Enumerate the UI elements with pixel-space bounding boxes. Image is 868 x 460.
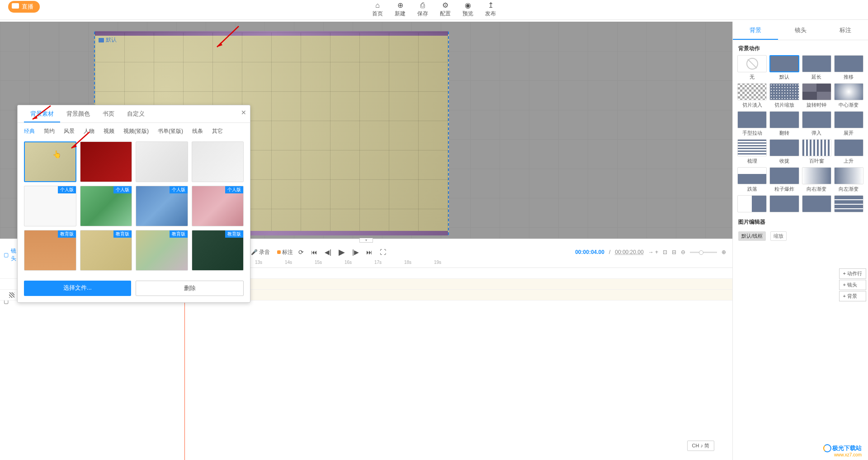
bg-action-切片淡入[interactable]: 切片淡入 [737,83,767,108]
bg-action-无[interactable]: 无 [737,55,767,80]
add-track-button[interactable]: + 动作行 [839,268,866,279]
modal-tab-背景素材[interactable]: 背景素材 [24,105,60,122]
modal-tab-书页[interactable]: 书页 [96,105,121,122]
bg-action-推移[interactable]: 推移 [834,55,863,80]
editor-subtab[interactable]: 默认/线框 [738,231,766,241]
action-thumb [834,139,863,156]
bg-action-收拢[interactable]: 收拢 [769,139,799,164]
material-swatch[interactable]: 教育版 [24,230,76,271]
action-label: 无 [737,74,767,80]
annotate-button[interactable]: 标注 [277,249,293,256]
modal-subtab-经典[interactable]: 经典 [24,127,35,135]
live-button[interactable]: 直播 [8,1,40,13]
modal-subtab-书单(竖版)[interactable]: 书单(竖版) [158,127,183,135]
add-marker-icon[interactable]: → + [648,249,658,255]
material-swatch[interactable]: 教育版 [136,230,188,271]
skip-start-icon[interactable]: ⏮ [311,249,317,256]
zoom-out-icon[interactable]: ⊖ [681,249,685,255]
panel-collapse-button[interactable]: ▶ [732,130,733,144]
nav-首页[interactable]: ⌂首页 [372,2,383,18]
playhead[interactable] [184,281,185,460]
step-fwd-icon[interactable]: ǀ▶ [352,249,359,256]
tl-left-item[interactable]: ▢镜头 [0,245,18,264]
action-label: 旋转时钟 [802,102,831,108]
bg-action-梳理[interactable]: 梳理 [737,139,767,164]
tier-badge: 个人版 [113,186,132,193]
bg-action-弹入[interactable]: 弹入 [802,111,831,136]
material-swatch[interactable]: 个人版 [24,186,76,226]
action-label: 跌落 [737,186,767,192]
tier-badge: 个人版 [170,186,188,193]
modal-subtab-视频(竖版)[interactable]: 视频(竖版) [123,127,149,135]
record-button[interactable]: 🎤 录音 [251,249,270,256]
bg-action-旋转时钟[interactable]: 旋转时钟 [802,83,831,108]
zoom-in-icon[interactable]: ⊕ [722,249,726,255]
bg-action-跌落[interactable]: 跌落 [737,167,767,192]
modal-close-button[interactable]: ✕ [241,109,246,116]
bg-action-翻转[interactable]: 翻转 [769,111,799,136]
timeline-collapse-button[interactable]: ▾ [359,238,373,243]
bg-action-item[interactable] [737,195,767,214]
action-label: 延长 [802,74,831,80]
modal-subtab-其它[interactable]: 其它 [212,127,223,135]
loop-icon[interactable]: ⟳ [298,249,304,256]
nav-保存[interactable]: ⎙保存 [417,2,428,18]
bg-action-item[interactable] [769,195,799,214]
nav-新建[interactable]: ⊕新建 [395,2,406,18]
fullscreen-icon[interactable]: ⛶ [380,249,386,256]
delete-button[interactable]: 删除 [136,281,244,296]
bg-action-item[interactable] [802,195,831,214]
top-toolbar: 直播 ⌂首页⊕新建⎙保存⚙配置◉预览↥发布 [0,0,868,20]
bg-action-中心渐变[interactable]: 中心渐变 [834,83,863,108]
bg-action-延长[interactable]: 延长 [802,55,831,80]
material-swatch[interactable] [192,141,244,182]
action-thumb [834,167,863,184]
bg-action-切片缩放[interactable]: 切片缩放 [769,83,799,108]
nav-配置[interactable]: ⚙配置 [440,2,451,18]
rp-tab-镜头[interactable]: 镜头 [778,22,823,40]
modal-subtab-人物[interactable]: 人物 [84,127,94,135]
bg-action-向右渐变[interactable]: 向右渐变 [802,167,831,192]
bg-action-手型拉动[interactable]: 手型拉动 [737,111,767,136]
material-swatch[interactable]: 教育版 [192,230,244,271]
bg-action-item[interactable] [834,195,863,214]
material-swatch[interactable]: 教育版 [80,230,132,271]
ruler-tick: 19s [423,260,453,268]
bg-action-粒子爆炸[interactable]: 粒子爆炸 [769,167,799,192]
modal-subtab-线条[interactable]: 线条 [192,127,203,135]
modal-tab-自定义[interactable]: 自定义 [121,105,151,122]
material-swatch[interactable]: 个人版 [80,186,132,226]
material-swatch[interactable] [80,141,132,182]
nav-预览[interactable]: ◉预览 [462,2,473,18]
bg-action-展开[interactable]: 展开 [834,111,863,136]
material-swatch[interactable] [136,141,188,182]
bg-action-百叶窗[interactable]: 百叶窗 [802,139,831,164]
zoom-slider[interactable] [690,252,717,253]
material-swatch[interactable] [24,141,76,182]
modal-subtab-风景[interactable]: 风景 [64,127,75,135]
action-thumb [834,83,863,100]
choose-file-button[interactable]: 选择文件... [24,281,131,296]
modal-tab-背景颜色[interactable]: 背景颜色 [60,105,96,122]
modal-subtab-简约[interactable]: 简约 [44,127,55,135]
add-track-button[interactable]: + 镜头 [839,280,866,290]
material-swatch[interactable]: 个人版 [136,186,188,226]
editor-subtab[interactable]: 缩放 [770,231,787,241]
play-icon[interactable]: ▶ [339,247,345,257]
marker-plus-icon[interactable]: ⊡ [663,249,667,255]
rp-tab-背景[interactable]: 背景 [733,22,778,40]
bg-action-默认[interactable]: 默认 [769,55,799,80]
step-back-icon[interactable]: ◀ǀ [325,249,331,256]
bg-action-向左渐变[interactable]: 向左渐变 [834,167,863,192]
nav-发布[interactable]: ↥发布 [485,2,496,18]
skip-end-icon[interactable]: ⏭ [366,249,373,256]
rp-tab-标注[interactable]: 标注 [823,22,868,40]
add-track-button[interactable]: + 背景 [839,291,866,301]
ruler-tick: 17s [363,260,393,268]
modal-subtab-视频[interactable]: 视频 [104,127,114,135]
bg-action-上升[interactable]: 上升 [834,139,863,164]
action-thumb [769,195,799,212]
ruler-tick: 16s [333,260,363,268]
material-swatch[interactable]: 个人版 [192,186,244,226]
marker-minus-icon[interactable]: ⊟ [672,249,676,255]
